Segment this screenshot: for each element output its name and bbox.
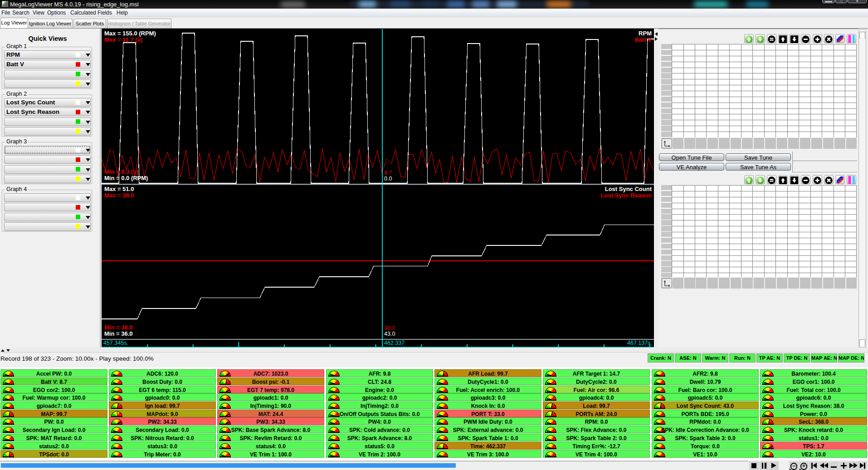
svg-text:462.337: 462.337: [384, 340, 405, 346]
svg-text:457.345s.: 457.345s.: [103, 340, 128, 346]
svg-text:Min = 38.0: Min = 38.0: [104, 324, 133, 331]
svg-text:Min = 0.0 (RPM): Min = 0.0 (RPM): [104, 175, 148, 181]
svg-text:Min = 8.3 (v): Min = 8.3 (v): [104, 168, 138, 175]
svg-text:467.137s.: 467.137s.: [627, 340, 652, 346]
svg-text:Max = 38.0: Max = 38.0: [104, 192, 134, 199]
svg-text:43.0: 43.0: [384, 331, 395, 337]
svg-text:8.7: 8.7: [384, 170, 392, 176]
svg-text:Batt V: Batt V: [634, 36, 652, 43]
svg-text:RPM: RPM: [639, 30, 652, 37]
svg-text:Lost Sync Reason: Lost Sync Reason: [600, 192, 652, 199]
svg-text:Lost Sync Count: Lost Sync Count: [605, 186, 652, 192]
svg-text:0.0: 0.0: [384, 176, 392, 182]
svg-text:Max = 155.0 (RPM): Max = 155.0 (RPM): [104, 30, 156, 37]
svg-text:Max = 51.0: Max = 51.0: [104, 186, 134, 192]
svg-text:Max = 11.7 (v): Max = 11.7 (v): [104, 36, 142, 43]
svg-text:38.0: 38.0: [384, 325, 395, 331]
svg-text:Min = 36.0: Min = 36.0: [104, 330, 133, 337]
